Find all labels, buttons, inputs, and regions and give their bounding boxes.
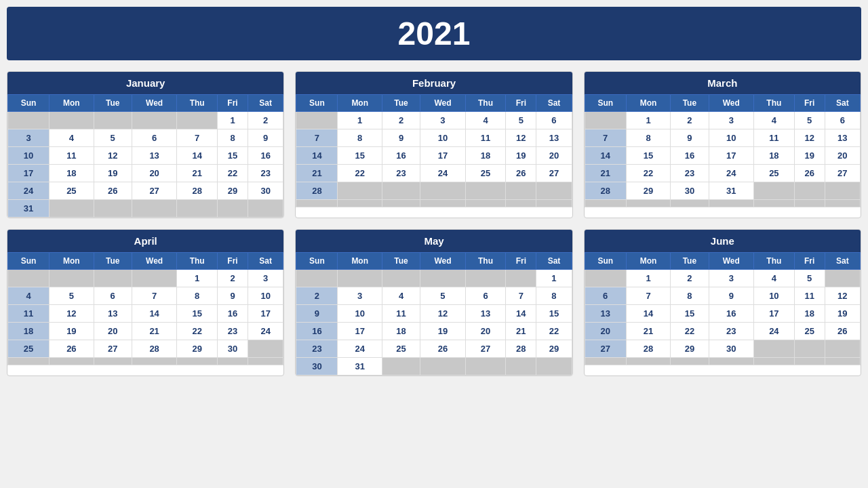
calendar-day: 15 xyxy=(177,305,218,323)
calendar-day xyxy=(94,358,132,365)
calendar-day: 10 xyxy=(709,129,754,147)
calendar-day xyxy=(296,200,338,207)
calendar-day: 28 xyxy=(626,340,671,358)
cal-table: SunMonTueWedThuFriSat1234567891011121314… xyxy=(585,252,861,365)
month-calendar-march: MarchSunMonTueWedThuFriSat12345678910111… xyxy=(584,71,861,218)
calendar-day: 14 xyxy=(585,147,626,165)
weekday-header: Mon xyxy=(50,95,94,112)
calendar-day xyxy=(825,200,860,207)
calendar-day: 3 xyxy=(420,112,466,129)
calendar-day: 7 xyxy=(626,287,671,305)
calendar-day: 25 xyxy=(382,340,420,358)
calendar-day: 24 xyxy=(709,165,754,182)
calendar-day: 9 xyxy=(709,287,754,305)
month-calendar-june: JuneSunMonTueWedThuFriSat123456789101112… xyxy=(584,229,861,376)
calendar-day: 3 xyxy=(709,112,754,129)
calendar-day: 22 xyxy=(338,165,382,182)
calendar-day: 24 xyxy=(754,323,795,340)
weekday-header: Fri xyxy=(794,253,825,270)
calendar-day: 20 xyxy=(825,147,860,165)
calendar-day: 19 xyxy=(794,147,825,165)
month-calendar-april: AprilSunMonTueWedThuFriSat12345678910111… xyxy=(7,229,284,376)
calendar-day: 15 xyxy=(218,147,248,165)
cal-table: SunMonTueWedThuFriSat1234567891011121314… xyxy=(296,94,572,207)
calendar-day: 20 xyxy=(465,323,506,340)
calendar-day xyxy=(506,182,536,200)
calendar-day: 28 xyxy=(132,340,177,358)
calendar-day: 12 xyxy=(794,129,825,147)
calendar-day: 9 xyxy=(218,287,248,305)
calendar-day xyxy=(754,182,795,200)
cal-table: SunMonTueWedThuFriSat1234567891011121314… xyxy=(585,94,861,207)
calendar-day: 22 xyxy=(177,323,218,340)
calendar-day: 12 xyxy=(50,305,94,323)
calendar-day xyxy=(671,358,709,365)
calendar-day: 27 xyxy=(825,165,860,182)
weekday-header: Wed xyxy=(420,253,466,270)
weekday-header: Sat xyxy=(536,253,572,270)
weekday-header: Sun xyxy=(8,95,50,112)
calendar-day xyxy=(296,270,338,287)
calendar-day: 5 xyxy=(50,287,94,305)
calendar-day xyxy=(825,358,860,365)
calendar-day: 6 xyxy=(825,112,860,129)
calendar-day: 5 xyxy=(506,112,536,129)
calendar-day: 8 xyxy=(536,287,572,305)
calendar-day: 30 xyxy=(218,340,248,358)
calendar-day: 9 xyxy=(382,129,420,147)
weekday-header: Tue xyxy=(382,253,420,270)
calendar-day: 7 xyxy=(585,129,626,147)
calendar-day: 26 xyxy=(794,165,825,182)
calendar-day xyxy=(825,340,860,358)
calendar-day: 25 xyxy=(794,323,825,340)
calendar-day xyxy=(506,200,536,207)
calendar-day xyxy=(465,200,506,207)
calendar-day: 16 xyxy=(218,305,248,323)
calendar-day: 31 xyxy=(709,182,754,200)
calendar-day: 19 xyxy=(94,165,132,182)
calendar-day: 26 xyxy=(50,340,94,358)
calendar-day: 23 xyxy=(296,340,338,358)
calendar-day: 10 xyxy=(420,129,466,147)
calendar-day: 8 xyxy=(671,287,709,305)
calendar-day: 19 xyxy=(825,305,860,323)
calendar-day: 3 xyxy=(8,129,50,147)
weekday-header: Thu xyxy=(754,253,795,270)
month-title: February xyxy=(296,72,572,94)
calendar-day: 15 xyxy=(338,147,382,165)
calendar-day: 23 xyxy=(218,323,248,340)
calendar-day xyxy=(825,182,860,200)
calendar-day: 24 xyxy=(248,323,283,340)
calendar-day xyxy=(382,358,420,375)
calendar-day: 14 xyxy=(296,147,338,165)
calendar-day xyxy=(709,200,754,207)
calendar-day: 11 xyxy=(50,147,94,165)
calendar-day: 7 xyxy=(132,287,177,305)
cal-table: SunMonTueWedThuFriSat1234567891011121314… xyxy=(7,94,283,218)
calendar-day: 31 xyxy=(338,358,382,375)
calendar-day xyxy=(338,182,382,200)
calendar-day: 16 xyxy=(671,147,709,165)
calendar-day: 4 xyxy=(754,270,795,287)
calendar-day: 28 xyxy=(296,182,338,200)
calendar-day: 2 xyxy=(671,270,709,287)
weekday-header: Mon xyxy=(626,95,671,112)
calendar-day: 5 xyxy=(794,270,825,287)
weekday-header: Fri xyxy=(218,253,248,270)
calendar-day: 13 xyxy=(536,129,572,147)
calendar-day: 27 xyxy=(585,340,626,358)
calendar-day: 16 xyxy=(296,323,338,340)
weekday-header: Wed xyxy=(132,95,177,112)
calendar-day: 13 xyxy=(94,305,132,323)
calendar-day: 2 xyxy=(671,112,709,129)
calendar-day: 13 xyxy=(585,305,626,323)
calendar-day xyxy=(132,270,177,287)
calendar-day: 27 xyxy=(465,340,506,358)
calendar-day: 19 xyxy=(50,323,94,340)
calendar-day xyxy=(382,200,420,207)
calendar-day xyxy=(671,200,709,207)
calendar-day: 16 xyxy=(709,305,754,323)
calendar-day xyxy=(585,270,626,287)
calendar-day: 21 xyxy=(132,323,177,340)
calendar-day: 24 xyxy=(8,182,50,200)
